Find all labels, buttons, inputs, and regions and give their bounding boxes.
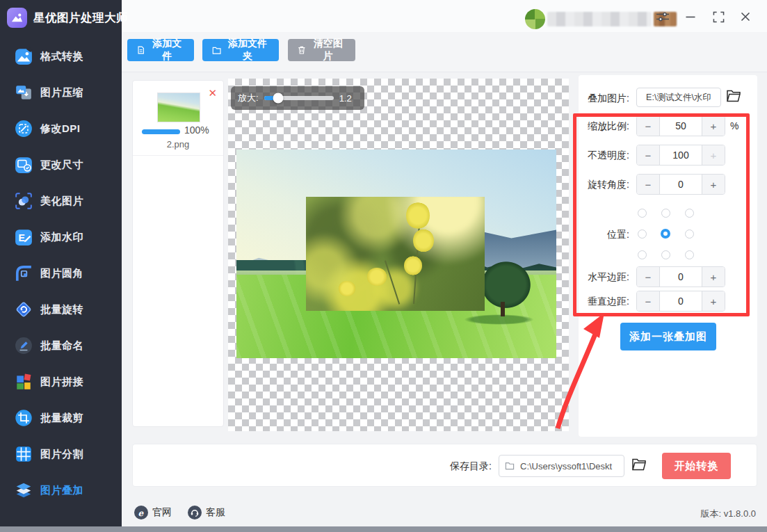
sidebar-item-image-compress[interactable]: 图片压缩 xyxy=(0,74,122,111)
flower-bloom xyxy=(366,268,387,286)
scale-stepper: − 50 + xyxy=(636,115,725,136)
settings-sliders-icon[interactable] xyxy=(655,9,670,24)
remove-image-button[interactable]: ✕ xyxy=(208,88,217,98)
layers-icon xyxy=(15,481,33,499)
sidebar-item-label: 批量旋转 xyxy=(40,303,83,316)
sidebar-item-image-split[interactable]: 图片分割 xyxy=(0,436,122,472)
overlay-image-preview[interactable] xyxy=(306,197,485,311)
start-convert-button[interactable]: 开始转换 xyxy=(662,453,731,479)
sidebar-item-beautify[interactable]: 美化图片 xyxy=(0,183,122,219)
browse-save-folder-icon[interactable] xyxy=(631,458,647,474)
rotation-increase-button[interactable]: + xyxy=(702,175,725,194)
vmargin-increase-button[interactable]: + xyxy=(702,291,725,311)
image-compress-icon xyxy=(15,83,33,102)
sidebar-item-batch-rotate[interactable]: 批量旋转 xyxy=(0,291,122,328)
scale-decrease-button[interactable]: − xyxy=(637,116,660,136)
sidebar-item-label: 添加水印 xyxy=(40,231,83,244)
position-radio-bottom-right[interactable] xyxy=(685,250,694,259)
sidebar-item-rounded-corner[interactable]: 图片圆角 xyxy=(0,255,122,291)
scale-increase-button[interactable]: + xyxy=(702,116,725,136)
customer-support-link[interactable]: 客服 xyxy=(188,506,225,519)
rotation-decrease-button[interactable]: − xyxy=(637,175,660,194)
flower-bloom xyxy=(406,202,430,229)
position-label: 位置: xyxy=(579,224,629,245)
official-website-label: 官网 xyxy=(152,506,172,519)
position-radio-middle-right[interactable] xyxy=(685,229,694,239)
browse-overlay-folder-icon[interactable] xyxy=(726,89,742,105)
close-button[interactable] xyxy=(738,9,753,24)
overlay-image-label: 叠加图片: xyxy=(579,88,629,108)
preview-canvas[interactable]: 放大: 1.2 xyxy=(228,79,569,431)
position-radio-center[interactable] xyxy=(661,229,670,239)
sidebar-item-format-convert[interactable]: 格式转换 xyxy=(0,38,122,74)
zoom-label: 放大: xyxy=(238,92,259,104)
clear-images-button[interactable]: 清空图片 xyxy=(288,39,355,61)
sidebar-item-label: 图片分割 xyxy=(40,448,83,461)
add-folder-button[interactable]: 添加文件夹 xyxy=(202,39,279,61)
zoom-slider-handle[interactable] xyxy=(273,93,283,104)
official-website-link[interactable]: e 官网 xyxy=(134,506,172,519)
sidebar-item-batch-rename[interactable]: 批量命名 xyxy=(0,328,122,364)
hmargin-increase-button[interactable]: + xyxy=(702,267,725,287)
sidebar-item-modify-dpi[interactable]: 修改DPI xyxy=(0,111,122,147)
file-list-item[interactable]: ✕ 100% 2.png xyxy=(133,81,223,156)
rename-icon xyxy=(15,337,33,355)
tree-trunk xyxy=(501,302,505,316)
add-overlay-image-button[interactable]: 添加一张叠加图 xyxy=(620,323,716,350)
position-radio-bottom-left[interactable] xyxy=(638,250,647,259)
position-radio-top-right[interactable] xyxy=(685,209,694,218)
hmargin-decrease-button[interactable]: − xyxy=(637,267,660,287)
minimize-button[interactable] xyxy=(683,9,698,24)
app-title: 星优图片处理大师 xyxy=(33,10,128,26)
sidebar-item-label: 图片叠加 xyxy=(40,484,83,497)
sidebar-item-label: 格式转换 xyxy=(40,50,83,63)
opacity-increase-button[interactable]: + xyxy=(702,145,725,165)
svg-text:E: E xyxy=(18,232,24,243)
vmargin-decrease-button[interactable]: − xyxy=(637,291,660,311)
add-file-label: 添加文件 xyxy=(150,38,185,63)
vmargin-value[interactable]: 0 xyxy=(660,291,702,311)
maximize-button[interactable] xyxy=(711,9,726,24)
thumbnail-image xyxy=(157,92,200,122)
vertical-margin-label: 垂直边距: xyxy=(579,291,629,312)
zoom-slider-track[interactable] xyxy=(264,96,334,100)
sidebar-item-label: 批量裁剪 xyxy=(40,412,83,425)
progress-bar xyxy=(142,129,180,134)
position-radio-top-left[interactable] xyxy=(638,209,647,218)
sidebar-item-resize[interactable]: 更改尺寸 xyxy=(0,147,122,183)
rotation-value[interactable]: 0 xyxy=(660,175,702,194)
watermark-icon: E xyxy=(15,228,33,246)
avatar xyxy=(525,9,545,29)
position-radio-top-center[interactable] xyxy=(661,209,670,218)
sidebar-item-image-overlay[interactable]: 图片叠加 xyxy=(0,472,122,508)
opacity-value[interactable]: 100 xyxy=(660,145,702,165)
sidebar-item-label: 图片拼接 xyxy=(40,376,83,389)
add-file-button[interactable]: 添加文件 xyxy=(127,39,194,61)
titlebar xyxy=(122,0,767,32)
horizontal-margin-stepper: − 0 + xyxy=(636,266,725,287)
position-radio-middle-left[interactable] xyxy=(638,229,647,239)
sidebar-item-batch-crop[interactable]: 批量裁剪 xyxy=(0,400,122,436)
resize-icon xyxy=(15,156,33,174)
save-directory-label: 保存目录: xyxy=(422,456,492,476)
position-radio-bottom-center[interactable] xyxy=(661,250,670,259)
overlay-path-field[interactable] xyxy=(636,88,721,107)
beautify-icon xyxy=(15,192,33,210)
scale-label: 缩放比例: xyxy=(579,115,629,136)
scale-unit: % xyxy=(730,115,744,136)
overlay-settings-panel: 叠加图片: 缩放比例: − 50 + % 不透明度: − 100 + 旋转角度:… xyxy=(579,75,757,437)
puzzle-icon xyxy=(15,373,33,391)
vertical-margin-stepper: − 0 + xyxy=(636,291,725,312)
sidebar-item-watermark[interactable]: E 添加水印 xyxy=(0,219,122,255)
app-window: 星优图片处理大师 格式转换 图片压缩 修改DPI 更改尺寸 美化图片 xyxy=(0,0,767,532)
customer-support-label: 客服 xyxy=(206,506,225,519)
opacity-decrease-button[interactable]: − xyxy=(637,145,660,165)
sidebar-item-image-stitch[interactable]: 图片拼接 xyxy=(0,364,122,400)
scale-value[interactable]: 50 xyxy=(660,116,702,136)
hmargin-value[interactable]: 0 xyxy=(660,267,702,287)
sidebar-menu: 格式转换 图片压缩 修改DPI 更改尺寸 美化图片 E 添加水印 xyxy=(0,38,122,508)
sidebar-item-label: 修改DPI xyxy=(40,122,81,136)
user-account[interactable] xyxy=(525,8,677,29)
add-folder-label: 添加文件夹 xyxy=(226,38,269,63)
save-path-field[interactable] xyxy=(519,460,618,472)
